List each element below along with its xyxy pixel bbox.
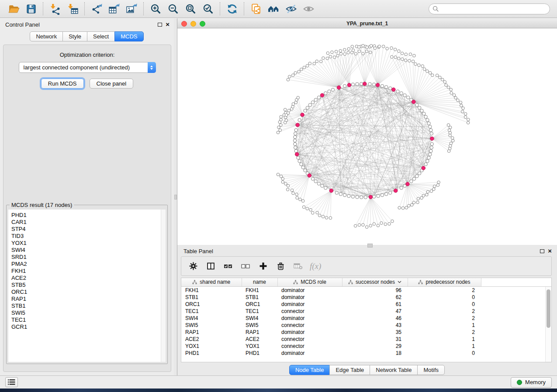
tab-style[interactable]: Style: [62, 31, 87, 41]
delete-column-button[interactable]: [275, 261, 286, 272]
mcds-node[interactable]: [363, 82, 367, 86]
table-cell[interactable]: RAP1: [181, 328, 242, 335]
network-leaf-node[interactable]: [401, 52, 404, 55]
close-panel-icon[interactable]: ×: [166, 22, 170, 27]
mcds-node[interactable]: [392, 88, 396, 92]
network-canvas[interactable]: [177, 28, 557, 245]
network-leaf-node[interactable]: [291, 189, 294, 192]
network-leaf-node[interactable]: [384, 223, 387, 226]
network-node[interactable]: [294, 146, 297, 149]
network-node[interactable]: [339, 193, 342, 196]
tab-select[interactable]: Select: [87, 31, 115, 41]
network-leaf-node[interactable]: [287, 78, 290, 81]
network-leaf-node[interactable]: [365, 50, 368, 53]
network-leaf-node[interactable]: [462, 107, 465, 110]
network-node[interactable]: [430, 142, 433, 145]
table-cell[interactable]: 2: [408, 307, 481, 314]
network-leaf-node[interactable]: [423, 68, 426, 71]
network-leaf-node[interactable]: [418, 64, 421, 67]
mcds-result-item[interactable]: YOX1: [11, 240, 166, 247]
network-leaf-node[interactable]: [467, 121, 470, 124]
network-node[interactable]: [311, 101, 314, 104]
duplicate-network-button[interactable]: [248, 2, 264, 15]
network-node[interactable]: [297, 156, 300, 159]
network-leaf-node[interactable]: [302, 206, 305, 209]
tab-motifs[interactable]: Motifs: [417, 365, 445, 375]
mcds-result-item[interactable]: RAP1: [11, 296, 166, 303]
network-leaf-node[interactable]: [322, 215, 325, 218]
network-node[interactable]: [430, 132, 433, 135]
network-node[interactable]: [418, 106, 421, 109]
network-leaf-node[interactable]: [299, 198, 302, 201]
network-leaf-node[interactable]: [287, 184, 290, 187]
network-leaf-node[interactable]: [464, 113, 467, 116]
network-leaf-node[interactable]: [280, 124, 283, 127]
table-row[interactable]: TEC1TEC1connector472: [181, 307, 551, 314]
network-leaf-node[interactable]: [452, 139, 455, 142]
network-node[interactable]: [429, 153, 432, 156]
table-close-icon[interactable]: ×: [548, 249, 552, 253]
network-node[interactable]: [324, 92, 327, 95]
network-leaf-node[interactable]: [445, 84, 448, 87]
network-leaf-node[interactable]: [306, 64, 309, 67]
save-button[interactable]: [23, 2, 39, 15]
network-leaf-node[interactable]: [294, 101, 298, 104]
function-builder-button[interactable]: f(x): [310, 261, 321, 271]
table-cell[interactable]: 0: [408, 300, 481, 307]
table-cell[interactable]: SWI4: [242, 314, 277, 321]
network-leaf-node[interactable]: [309, 208, 312, 211]
network-leaf-node[interactable]: [412, 60, 415, 63]
network-leaf-node[interactable]: [280, 115, 283, 118]
table-cell[interactable]: ORC1: [181, 300, 242, 307]
network-leaf-node[interactable]: [277, 126, 280, 129]
network-node[interactable]: [429, 125, 432, 128]
mcds-result-item[interactable]: PHD1: [11, 212, 166, 219]
network-leaf-node[interactable]: [365, 226, 368, 229]
table-cell[interactable]: 62: [342, 293, 408, 300]
network-leaf-node[interactable]: [449, 144, 452, 148]
network-leaf-node[interactable]: [354, 224, 357, 227]
table-cell[interactable]: connector: [277, 335, 342, 342]
table-cell[interactable]: dominator: [277, 349, 342, 356]
col-shared-name[interactable]: shared name: [181, 278, 242, 286]
task-history-button[interactable]: [5, 377, 18, 387]
network-leaf-node[interactable]: [409, 53, 412, 56]
mcds-result-item[interactable]: STB5: [11, 282, 166, 289]
network-leaf-node[interactable]: [322, 57, 325, 60]
table-cell[interactable]: connector: [277, 342, 342, 349]
network-leaf-node[interactable]: [450, 142, 453, 145]
network-node[interactable]: [427, 156, 430, 159]
network-leaf-node[interactable]: [441, 78, 444, 81]
network-leaf-node[interactable]: [449, 126, 452, 129]
network-leaf-node[interactable]: [306, 207, 309, 210]
table-cell[interactable]: 0: [408, 293, 481, 300]
table-cell[interactable]: 47: [342, 307, 408, 314]
network-node[interactable]: [314, 98, 317, 101]
network-node[interactable]: [430, 146, 433, 149]
table-row[interactable]: ORC1ORC1dominator610: [181, 300, 551, 307]
network-leaf-node[interactable]: [408, 59, 411, 62]
network-leaf-node[interactable]: [436, 74, 439, 77]
network-leaf-node[interactable]: [288, 75, 291, 78]
table-settings-button[interactable]: [187, 261, 199, 272]
network-leaf-node[interactable]: [343, 53, 346, 56]
mcds-node[interactable]: [376, 83, 380, 87]
network-leaf-node[interactable]: [453, 94, 456, 97]
network-leaf-node[interactable]: [280, 175, 283, 178]
network-node[interactable]: [422, 112, 426, 115]
network-leaf-node[interactable]: [386, 47, 389, 50]
network-leaf-node[interactable]: [351, 45, 354, 48]
table-cell[interactable]: ACE2: [181, 335, 242, 342]
network-leaf-node[interactable]: [329, 55, 332, 58]
network-node[interactable]: [396, 90, 399, 93]
network-node[interactable]: [429, 128, 432, 131]
network-node[interactable]: [420, 109, 423, 112]
network-leaf-node[interactable]: [285, 119, 288, 122]
network-leaf-node[interactable]: [333, 56, 336, 59]
table-cell[interactable]: dominator: [277, 286, 342, 293]
table-cell[interactable]: FKH1: [242, 286, 277, 293]
table-row[interactable]: PHD1PHD1dominator180: [181, 349, 551, 356]
network-window-titlebar[interactable]: YPA_prune.txt_1: [177, 19, 557, 28]
network-leaf-node[interactable]: [291, 105, 294, 108]
network-leaf-node[interactable]: [443, 80, 446, 83]
